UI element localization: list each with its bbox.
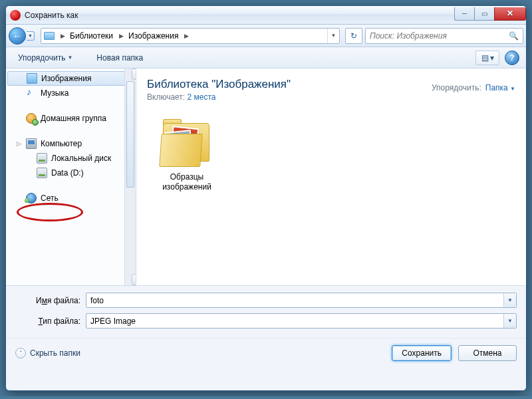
filename-label: Имя файла: bbox=[15, 296, 80, 305]
sidebar-scrollbar[interactable]: ▲ ▼ bbox=[124, 68, 136, 285]
sidebar-item-homegroup[interactable]: Домашняя группа bbox=[6, 111, 136, 126]
drive-icon bbox=[37, 168, 47, 178]
breadcrumb-libraries[interactable]: Библиотеки bbox=[66, 29, 118, 43]
dialog-body: ИзображенияМузыкаДомашняя группа▷Компьют… bbox=[6, 68, 526, 285]
search-input[interactable]: Поиск: Изображения 🔍 bbox=[365, 28, 523, 44]
scroll-down-button[interactable]: ▼ bbox=[132, 274, 136, 285]
filetype-select[interactable]: JPEG Image ▼ bbox=[86, 313, 517, 329]
folder-label: Образцы изображений bbox=[147, 172, 227, 192]
window-controls: ─ ▭ ✕ bbox=[454, 7, 526, 21]
maximize-button[interactable]: ▭ bbox=[474, 7, 494, 21]
save-button[interactable]: Сохранить bbox=[392, 345, 452, 361]
arrange-by-dropdown[interactable]: Папка ▼ bbox=[485, 83, 515, 92]
close-button[interactable]: ✕ bbox=[494, 7, 526, 21]
hide-folders-button[interactable]: ˄ Скрыть папки bbox=[15, 348, 80, 358]
help-button[interactable]: ? bbox=[505, 51, 519, 65]
sidebar-item-label: Data (D:) bbox=[51, 168, 84, 178]
toolbar: Упорядочить ▼ Новая папка ▤ ▾ ? bbox=[6, 47, 526, 68]
organize-button[interactable]: Упорядочить ▼ bbox=[13, 51, 78, 65]
chevron-down-icon: ▼ bbox=[510, 86, 515, 92]
breadcrumb-dropdown[interactable]: ▼ bbox=[327, 29, 339, 43]
minimize-button[interactable]: ─ bbox=[454, 7, 474, 21]
filename-input[interactable]: foto ▼ bbox=[86, 293, 517, 308]
homegroup-icon bbox=[26, 113, 37, 124]
scroll-thumb[interactable] bbox=[126, 81, 134, 188]
cancel-button[interactable]: Отмена bbox=[458, 345, 517, 361]
window-title: Сохранить как bbox=[25, 11, 454, 20]
sidebar-item-label: Компьютер bbox=[41, 139, 82, 148]
sidebar-item-label: Локальный диск bbox=[51, 154, 111, 163]
sidebar-item-drive[interactable]: Data (D:) bbox=[6, 166, 136, 180]
chevron-right-icon[interactable]: ▶ bbox=[184, 33, 190, 39]
chevron-down-icon[interactable]: ▼ bbox=[507, 318, 513, 324]
nav-history-dropdown[interactable]: ▼ bbox=[27, 31, 35, 41]
navigation-bar: ← ▼ ▶ Библиотеки ▶ Изображения ▶ ▼ ↻ Пои… bbox=[6, 25, 526, 47]
sidebar-item-label: Изображения bbox=[41, 74, 91, 83]
titlebar: Сохранить как ─ ▭ ✕ bbox=[6, 6, 526, 25]
new-folder-button[interactable]: Новая папка bbox=[91, 51, 148, 65]
computer-icon bbox=[26, 138, 37, 149]
refresh-icon: ↻ bbox=[350, 31, 357, 41]
filename-panel: Имя файла: foto ▼ Тип файла: JPEG Image … bbox=[6, 285, 526, 338]
back-button[interactable]: ← ▼ bbox=[9, 27, 26, 45]
search-icon: 🔍 bbox=[509, 31, 519, 41]
includes-link[interactable]: 2 места bbox=[188, 92, 216, 102]
breadcrumb[interactable]: ▶ Библиотеки ▶ Изображения ▶ ▼ bbox=[41, 28, 340, 44]
dialog-footer: ˄ Скрыть папки Сохранить Отмена bbox=[6, 338, 526, 367]
scroll-up-button[interactable]: ▲ bbox=[132, 68, 136, 80]
sidebar-item-label: Домашняя группа bbox=[41, 114, 106, 123]
expand-icon[interactable]: ▷ bbox=[15, 140, 22, 147]
content-pane: Библиотека "Изображения" Включает: 2 мес… bbox=[136, 68, 526, 285]
refresh-button[interactable]: ↻ bbox=[345, 28, 362, 44]
view-options-button[interactable]: ▤ ▾ bbox=[475, 51, 499, 65]
music-icon bbox=[26, 88, 37, 98]
opera-icon bbox=[10, 10, 21, 21]
sidebar-item-label: Сеть bbox=[41, 194, 59, 203]
search-placeholder: Поиск: Изображения bbox=[370, 31, 447, 41]
chevron-down-icon[interactable]: ▼ bbox=[507, 297, 513, 303]
chevron-up-icon: ˄ bbox=[15, 348, 26, 358]
drive-icon bbox=[37, 153, 47, 164]
network-icon bbox=[26, 193, 37, 203]
sidebar-item-music[interactable]: Музыка bbox=[6, 86, 136, 100]
arrange-by: Упорядочить: Папка ▼ bbox=[432, 83, 515, 92]
chevron-down-icon: ▼ bbox=[67, 55, 72, 61]
sidebar-item-network[interactable]: Сеть bbox=[6, 191, 136, 205]
breadcrumb-images[interactable]: Изображения bbox=[124, 29, 184, 43]
sidebar-item-label: Музыка bbox=[41, 88, 68, 98]
view-icon: ▤ bbox=[481, 53, 489, 63]
breadcrumb-root[interactable] bbox=[41, 29, 60, 43]
pictures-icon bbox=[27, 73, 37, 84]
chevron-right-icon[interactable]: ▶ bbox=[118, 33, 124, 39]
save-as-dialog: Сохранить как ─ ▭ ✕ ← ▼ ▶ Библиотеки ▶ И… bbox=[5, 5, 527, 391]
library-icon bbox=[44, 32, 55, 40]
sidebar-item-pictures[interactable]: Изображения bbox=[7, 71, 134, 86]
chevron-down-icon: ▾ bbox=[490, 53, 494, 63]
folder-icon bbox=[159, 120, 215, 168]
chevron-right-icon[interactable]: ▶ bbox=[60, 33, 66, 39]
library-subtitle: Включает: 2 места bbox=[147, 92, 515, 102]
folder-item[interactable]: Образцы изображений bbox=[147, 120, 227, 192]
navigation-pane: ИзображенияМузыкаДомашняя группа▷Компьют… bbox=[6, 68, 136, 285]
sidebar-item-drive[interactable]: Локальный диск bbox=[6, 151, 136, 166]
filetype-label: Тип файла: bbox=[15, 317, 80, 326]
sidebar-item-computer[interactable]: ▷Компьютер bbox=[6, 136, 136, 151]
